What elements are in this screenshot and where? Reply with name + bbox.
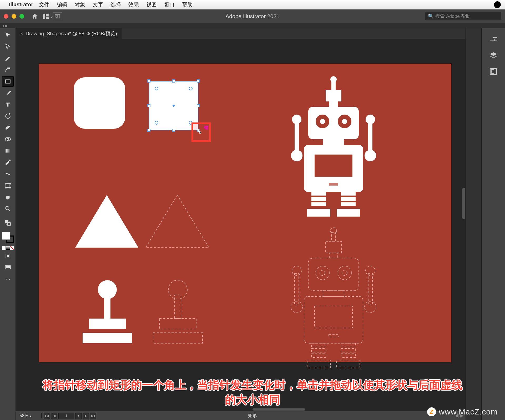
- svg-point-62: [338, 266, 351, 280]
- watermark-logo-icon: Z: [427, 407, 436, 416]
- app-title: Adobe Illustrator 2021: [225, 13, 279, 19]
- svg-point-83: [491, 37, 492, 38]
- horizontal-scrollbar[interactable]: [252, 408, 305, 411]
- direct-selection-tool[interactable]: [2, 42, 14, 52]
- svg-rect-81: [307, 360, 330, 368]
- resize-handle-tl[interactable]: [147, 79, 150, 83]
- resize-handle-r[interactable]: [197, 104, 200, 107]
- robot-shape[interactable]: [270, 73, 397, 220]
- properties-panel-button[interactable]: [488, 34, 499, 44]
- zoom-tool[interactable]: [2, 203, 14, 214]
- svg-rect-6: [6, 80, 10, 83]
- selection-tool[interactable]: [2, 30, 14, 40]
- screen-record-icon[interactable]: [494, 1, 501, 8]
- last-artboard-button[interactable]: ▶▮: [90, 413, 96, 419]
- svg-point-74: [365, 301, 376, 313]
- first-artboard-button[interactable]: ▮◀: [44, 413, 50, 419]
- tutorial-highlight: 锚: [191, 122, 211, 142]
- menu-window[interactable]: 窗口: [164, 1, 175, 8]
- next-artboard-button[interactable]: ▶: [83, 413, 89, 419]
- none-button[interactable]: [10, 246, 14, 250]
- fullscreen-window-button[interactable]: [19, 14, 24, 19]
- resize-handle-l[interactable]: [147, 104, 150, 107]
- pen-tool[interactable]: [2, 53, 14, 64]
- menu-file[interactable]: 文件: [39, 1, 49, 8]
- svg-rect-23: [89, 319, 126, 329]
- close-tab-icon[interactable]: ×: [21, 31, 23, 36]
- type-tool[interactable]: [2, 99, 14, 110]
- corner-radius-widget[interactable]: [155, 121, 158, 125]
- resize-handle-tr[interactable]: [197, 79, 200, 83]
- document-presets-button[interactable]: [53, 12, 62, 20]
- canvas[interactable]: 锚: [16, 39, 466, 411]
- svg-rect-73: [368, 273, 372, 305]
- curvature-tool[interactable]: [2, 65, 14, 75]
- svg-rect-68: [329, 334, 338, 337]
- paintbrush-tool[interactable]: [2, 88, 14, 98]
- rotate-tool[interactable]: [2, 111, 14, 121]
- app-titlebar: ⌵ Adobe Illustrator 2021 🔍 搜索 Adobe 帮助: [0, 9, 505, 23]
- svg-rect-66: [304, 296, 363, 343]
- fill-stroke-swatches[interactable]: [2, 232, 14, 243]
- artboard[interactable]: 锚: [39, 64, 451, 362]
- joystick-dashed-shape[interactable]: [146, 279, 209, 345]
- prev-artboard-button[interactable]: ◀: [51, 413, 57, 419]
- robot-dashed-shape[interactable]: [270, 224, 397, 372]
- artboard-tool[interactable]: [2, 180, 14, 191]
- menu-object[interactable]: 对象: [75, 1, 85, 8]
- shape-builder-tool[interactable]: [2, 134, 14, 145]
- svg-rect-30: [331, 81, 336, 90]
- svg-rect-58: [326, 241, 341, 253]
- libraries-panel-button[interactable]: [488, 66, 499, 77]
- triangle-dashed-shape[interactable]: [146, 195, 209, 248]
- artboard-index-input[interactable]: [58, 413, 74, 419]
- triangle-shape[interactable]: [75, 195, 138, 248]
- edit-toolbar-button[interactable]: ⋯: [2, 274, 14, 284]
- svg-rect-59: [329, 253, 338, 258]
- screen-mode-button[interactable]: [2, 262, 14, 273]
- svg-rect-4: [56, 15, 57, 17]
- draw-mode-button[interactable]: [2, 251, 14, 261]
- menu-view[interactable]: 视图: [146, 1, 157, 8]
- artboard-dropdown-button[interactable]: ▾: [75, 413, 82, 419]
- corner-radius-widget[interactable]: [189, 87, 193, 90]
- svg-rect-43: [311, 197, 326, 201]
- layers-panel-button[interactable]: [488, 50, 499, 60]
- close-window-button[interactable]: [4, 14, 8, 19]
- eraser-tool[interactable]: [2, 122, 14, 133]
- resize-handle-bl[interactable]: [147, 129, 150, 132]
- eyedropper-tool[interactable]: [2, 157, 14, 168]
- vertical-scrollbar[interactable]: [462, 188, 465, 219]
- resize-handle-b[interactable]: [172, 129, 175, 132]
- minimize-window-button[interactable]: [12, 14, 16, 19]
- swap-fill-stroke-button[interactable]: [2, 218, 14, 228]
- corner-radius-widget[interactable]: [155, 87, 158, 90]
- hand-tool[interactable]: [2, 192, 14, 202]
- joystick-shape[interactable]: [76, 279, 139, 345]
- menu-edit[interactable]: 编辑: [57, 1, 67, 8]
- rounded-square-shape[interactable]: [74, 77, 125, 129]
- app-name[interactable]: Illustrator: [9, 2, 33, 8]
- home-button[interactable]: [29, 11, 40, 22]
- gradient-tool[interactable]: [2, 146, 14, 156]
- control-strip[interactable]: [0, 23, 505, 28]
- menu-help[interactable]: 帮助: [182, 1, 193, 8]
- arrange-documents-button[interactable]: ⌵: [43, 14, 53, 19]
- color-button[interactable]: [2, 246, 6, 250]
- menu-select[interactable]: 选择: [110, 1, 121, 8]
- svg-point-38: [291, 150, 302, 161]
- document-tab[interactable]: × Drawing_Shapes.ai* @ 58 % (RGB/预览): [16, 28, 122, 39]
- svg-rect-49: [337, 209, 360, 217]
- fill-swatch[interactable]: [2, 232, 10, 240]
- menu-effect[interactable]: 效果: [128, 1, 139, 8]
- rectangle-tool[interactable]: [2, 76, 14, 87]
- help-search-input[interactable]: 🔍 搜索 Adobe 帮助: [425, 12, 501, 21]
- width-tool[interactable]: [2, 169, 14, 179]
- svg-point-53: [320, 119, 325, 124]
- gradient-button[interactable]: [6, 246, 10, 250]
- resize-handle-t[interactable]: [172, 79, 175, 83]
- zoom-level[interactable]: 58% ▾: [18, 413, 42, 418]
- menu-type[interactable]: 文字: [93, 1, 103, 8]
- window-controls: [4, 14, 24, 19]
- svg-rect-86: [491, 70, 494, 73]
